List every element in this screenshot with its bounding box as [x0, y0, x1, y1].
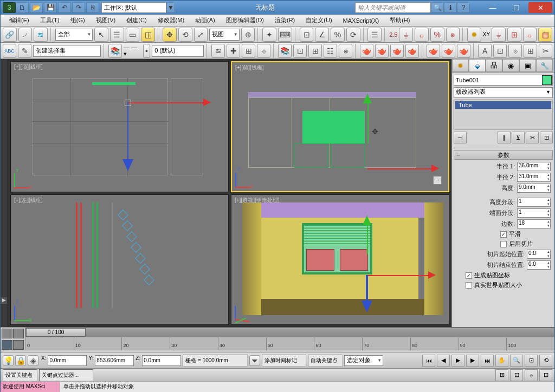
graphite-1-icon[interactable]: ≋ [211, 44, 225, 58]
menu-create[interactable]: 创建(C) [122, 15, 151, 25]
menu-render[interactable]: 渲染(R) [270, 15, 299, 25]
next-frame-icon[interactable]: ▶ [466, 355, 479, 367]
rollout-params[interactable]: 参数 [454, 150, 553, 160]
nav-4-icon[interactable]: ⊡ [539, 369, 552, 381]
tab-hierarchy-icon[interactable]: 品 [486, 59, 502, 72]
show-end-icon[interactable]: ∥ [498, 132, 511, 143]
undo-icon[interactable]: ↶ [58, 2, 71, 13]
nav-fov-icon[interactable]: ⊡ [525, 355, 538, 367]
quick-render-icon[interactable]: ▦ [538, 28, 552, 42]
abc-icon[interactable]: ABC [3, 44, 16, 58]
genuv-checkbox[interactable]: ✓ [466, 272, 472, 279]
prev-frame-icon[interactable]: ◀ [437, 355, 450, 367]
move-tool-icon[interactable]: ✥ [163, 28, 177, 42]
snap-toggle-icon[interactable]: ⊡ [300, 28, 314, 42]
select-arrow-icon[interactable]: ↖ [94, 28, 108, 42]
play-icon[interactable]: ▶ [451, 355, 464, 367]
named-selection-input[interactable]: 创建选择集 [33, 45, 101, 57]
setkey-button[interactable]: 设置关键点 [3, 369, 37, 381]
workspace-drop-icon[interactable]: ▼ [166, 2, 175, 13]
x-coord-input[interactable]: 0.0mm [48, 355, 87, 366]
render-setup-icon[interactable]: ⊞ [507, 28, 521, 42]
menu-views[interactable]: 视图(V) [92, 15, 120, 25]
viewport-left[interactable]: [+][左][线框] zy [10, 194, 229, 325]
object-name-input[interactable] [454, 75, 553, 86]
pin-stack-icon[interactable]: ⊣ [454, 132, 467, 143]
menu-tools[interactable]: 工具(T) [36, 15, 64, 25]
height-spinner[interactable]: 9.0mm [517, 184, 551, 193]
hsegs-spinner[interactable]: 1 [517, 198, 551, 207]
remove-mod-icon[interactable]: ✂ [526, 132, 539, 143]
menu-grapheditors[interactable]: 图形编辑器(D) [222, 15, 268, 25]
layer-visible-icon[interactable]: ● [143, 44, 151, 58]
time-slider-handle[interactable]: 0 / 100 [26, 328, 86, 337]
teapot-2-icon[interactable]: 🫖 [375, 44, 389, 58]
ext-3-icon[interactable]: ⟐ [508, 44, 522, 58]
bind-spacewarp-icon[interactable]: ≋ [34, 28, 48, 42]
scale-tool-icon[interactable]: ⤢ [194, 28, 208, 42]
redo-icon[interactable]: ↷ [72, 2, 85, 13]
time-slider[interactable]: 0 / 100 [25, 328, 554, 337]
nav-pan-icon[interactable]: ✋ [495, 355, 508, 367]
realworld-checkbox[interactable] [466, 282, 472, 289]
help-icon[interactable]: ? [457, 2, 470, 13]
radius2-spinner[interactable]: 31.0mm [517, 173, 551, 182]
ext-5-icon[interactable]: ✂ [539, 44, 552, 58]
select-name-icon[interactable]: ☰ [110, 28, 124, 42]
viewport-front[interactable]: [+][前][线框] ✥ − zx [231, 61, 449, 192]
maximize-button[interactable]: ☐ [505, 2, 528, 13]
menu-animation[interactable]: 动画(A) [191, 15, 220, 25]
time-ruler[interactable]: 0 10 20 30 40 50 60 70 80 90 100 [25, 337, 554, 350]
tab-utilities-icon[interactable]: 🔧 [536, 59, 553, 72]
app-icon[interactable]: 3 [3, 2, 16, 13]
add-time-tag[interactable]: 添加时间标记 [262, 355, 306, 367]
teapot-1-icon[interactable]: 🫖 [360, 44, 373, 58]
curve-editor-icon[interactable]: ⎈ [446, 28, 460, 42]
teapot-5-icon[interactable]: 🫖 [427, 44, 440, 58]
tab-create-icon[interactable]: ✹ [452, 59, 469, 72]
align-icon[interactable]: ⏛ [415, 28, 429, 42]
menu-modifiers[interactable]: 修改器(M) [153, 15, 189, 25]
unlink-tool-icon[interactable]: ⟋ [18, 28, 33, 42]
goto-start-icon[interactable]: ⏮ [422, 355, 435, 367]
row2-c-icon[interactable]: ⊞ [308, 44, 322, 58]
spinner-snap-icon[interactable]: ⟳ [346, 28, 360, 42]
layer-dropdown[interactable]: 0 (默认) [152, 45, 204, 57]
ext-2-icon[interactable]: ⊡ [493, 44, 507, 58]
mirror-icon[interactable]: ⏚ [399, 28, 413, 42]
keyfilter-button[interactable]: 关键点过滤器... [39, 369, 93, 381]
teapot-4-icon[interactable]: 🫖 [405, 44, 419, 58]
menu-help[interactable]: 帮助(H) [385, 15, 414, 25]
graphite-4-icon[interactable]: ⟐ [257, 44, 270, 58]
close-button[interactable]: ✕ [528, 2, 552, 13]
menu-customize[interactable]: 自定义(U) [301, 15, 336, 25]
viewport-maximize-icon[interactable]: − [433, 176, 442, 185]
new-icon[interactable]: 🗋 [16, 2, 29, 13]
row2-e-icon[interactable]: ⎈ [339, 44, 352, 58]
tl-layout-4[interactable] [13, 340, 24, 350]
row2-b-icon[interactable]: ⊡ [293, 44, 307, 58]
modifier-list-dropdown[interactable]: 修改器列表 [454, 87, 553, 98]
viewport-perspective[interactable]: [+][透视][明暗处理] [231, 194, 449, 325]
link-tool-icon[interactable]: 🔗 [3, 28, 17, 42]
isolate-icon[interactable]: ◈ [28, 355, 38, 366]
menu-maxscript[interactable]: MAXScript(X) [339, 16, 384, 25]
tl-layout-1[interactable] [2, 329, 12, 338]
time-tag-icon[interactable]: ⏷ [249, 355, 260, 366]
selection-filter-dropdown[interactable]: 全部 [55, 29, 93, 41]
row2-a-icon[interactable]: 📚 [278, 44, 292, 58]
brush-icon[interactable]: ✎ [18, 44, 31, 58]
link-icon[interactable]: ⎘ [86, 2, 99, 13]
open-icon[interactable]: 📂 [30, 2, 43, 13]
sidebar-expand-icon[interactable]: ▶ [1, 297, 7, 304]
goto-end-icon[interactable]: ⏭ [481, 355, 494, 367]
ext-1-icon[interactable]: A [478, 44, 492, 58]
nav-2-icon[interactable]: ⊡ [510, 369, 523, 381]
radius1-spinner[interactable]: 36.0mm [517, 162, 551, 171]
menu-group[interactable]: 组(G) [66, 15, 89, 25]
z-coord-input[interactable]: 0.0mm [142, 355, 181, 366]
percent-snap-icon[interactable]: % [331, 28, 345, 42]
autokey-button[interactable]: 自动关键点 [308, 355, 343, 367]
smooth-checkbox[interactable]: ✓ [500, 231, 507, 238]
info-icon[interactable]: ℹ [444, 2, 457, 13]
